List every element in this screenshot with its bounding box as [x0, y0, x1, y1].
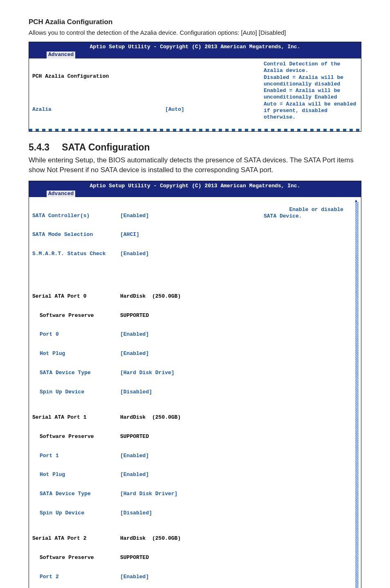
bios2-scroll-track: ▲ ▼ — [355, 202, 359, 588]
bios2-p2-l: Serial ATA Port 2 — [32, 535, 120, 542]
bios1-azalia-value: [Auto] — [165, 106, 184, 112]
bios2-p1-port-l: Port 1 — [32, 453, 120, 459]
bios2-title: Aptio Setup Utility - Copyright (C) 2013… — [32, 183, 358, 190]
bios2-smart-l: S.M.A.R.T. Status Check — [32, 251, 120, 257]
bios1-azalia-label: Azalia — [32, 106, 120, 112]
bios2-sata-controller-v: [Enabled] — [120, 213, 149, 219]
bios1-tab-advanced: Advanced — [47, 52, 75, 58]
bios2-sata-controller-l: SATA Controller(s) — [32, 213, 120, 219]
bios2-p2-sw-v: SUPPORTED — [120, 554, 149, 561]
bios2-p1-spin-l: Spin Up Device — [32, 510, 120, 516]
bios2-p0-l: Serial ATA Port 0 — [32, 293, 120, 300]
bios2-p0-hot-l: Hot Plug — [32, 350, 120, 357]
section-number: 5.4.3 — [29, 142, 49, 153]
bios2-p0-type-l: SATA Device Type — [32, 370, 120, 376]
section-title: SATA Configuration — [62, 142, 150, 153]
bios2-p2-port-l: Port 2 — [32, 574, 120, 580]
bios-screenshot-pch: Aptio Setup Utility - Copyright (C) 2013… — [29, 42, 361, 132]
bios2-p2-port-v: [Enabled] — [120, 574, 149, 580]
bios2-p1-spin-v: [Disabled] — [120, 510, 152, 516]
bios2-p0-hot-v: [Enabled] — [120, 350, 149, 357]
bios1-help: Control Detection of the Azalia device. … — [264, 61, 358, 125]
bios2-p1-l: Serial ATA Port 1 — [32, 414, 120, 421]
bios2-p0-type-v: [Hard Disk Drive] — [120, 370, 175, 376]
bios-screenshot-sata: Aptio Setup Utility - Copyright (C) 2013… — [29, 181, 361, 588]
bios2-help: Enable or disable SATA Device. — [264, 206, 347, 219]
bios2-p0-spin-l: Spin Up Device — [32, 389, 120, 395]
bios2-p1-v: HardDisk (250.0GB) — [120, 414, 181, 421]
pch-desc: Allows you to control the detection of t… — [29, 29, 361, 37]
bios2-tab-advanced: Advanced — [47, 191, 75, 197]
bios1-title: Aptio Setup Utility - Copyright (C) 2013… — [32, 44, 358, 51]
pch-heading: PCH Azalia Configuration — [29, 18, 361, 26]
bios1-row-pchconfig: PCH Azalia Configuration — [32, 73, 120, 79]
bios2-p1-hot-v: [Enabled] — [120, 471, 149, 478]
section-intro: While entering Setup, the BIOS automatic… — [29, 155, 361, 175]
bios2-p0-port-v: [Enabled] — [120, 331, 149, 338]
bios2-p1-hot-l: Hot Plug — [32, 471, 120, 478]
bios2-p1-type-v: [Hard Disk Driver] — [120, 491, 177, 497]
bios2-p0-v: HardDisk (250.0GB) — [120, 293, 181, 300]
bios2-p0-sw-v: SUPPORTED — [120, 312, 149, 319]
arrow-up-icon: ▲ — [355, 199, 357, 204]
bios2-p1-sw-l: Software Preserve — [32, 433, 120, 440]
bios2-smart-v: [Enabled] — [120, 251, 149, 257]
bios2-p2-v: HardDisk (250.0GB) — [120, 535, 181, 542]
bios2-p0-spin-v: [Disabled] — [120, 389, 152, 395]
bios2-sata-mode-l: SATA Mode Selection — [32, 231, 120, 238]
bios1-bottom-divider — [29, 129, 361, 131]
bios2-p0-port-l: Port 0 — [32, 331, 120, 338]
bios2-p0-sw-l: Software Preserve — [32, 312, 120, 319]
bios2-sata-mode-v: [AHCI] — [120, 231, 139, 238]
bios2-p1-type-l: SATA Device Type — [32, 491, 120, 497]
bios2-p1-sw-v: SUPPORTED — [120, 433, 149, 440]
bios2-p2-sw-l: Software Preserve — [32, 554, 120, 561]
bios2-p1-port-v: [Enabled] — [120, 453, 149, 459]
